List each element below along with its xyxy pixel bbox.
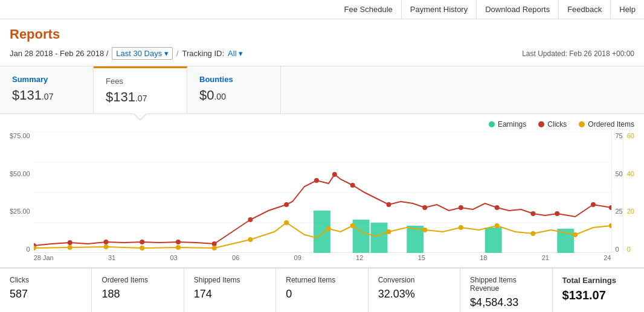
tracking-id-button[interactable]: All xyxy=(228,49,243,58)
y-label-50: $50.00 xyxy=(10,170,30,177)
y-right2-40: 40 xyxy=(627,170,634,177)
svg-point-12 xyxy=(67,240,72,245)
earnings-dot xyxy=(489,121,495,127)
returned-stat: Returned Items 0 xyxy=(276,269,368,312)
svg-rect-5 xyxy=(314,211,330,253)
shipped-rev-stat-value: $4,584.33 xyxy=(470,296,542,309)
svg-point-15 xyxy=(176,240,181,244)
clicks-legend: Clicks xyxy=(538,120,567,129)
page-title: Reports xyxy=(10,27,634,42)
svg-point-42 xyxy=(459,225,463,230)
x-label-15: 15 xyxy=(418,254,425,261)
shipped-stat-label: Shipped Items xyxy=(194,276,266,284)
fees-amount: $131.07 xyxy=(106,89,175,105)
conversion-stat-label: Conversion xyxy=(378,276,450,284)
bounties-card[interactable]: Bounties $0.00 xyxy=(187,66,281,113)
tracking-label: Tracking ID: xyxy=(182,49,224,58)
clicks-stat-value: 587 xyxy=(10,288,82,301)
shipped-rev-stat-label: Shipped Items Revenue xyxy=(470,276,542,293)
chart-area: 28 Jan 31 03 06 09 12 15 18 21 24 xyxy=(34,132,611,261)
svg-rect-9 xyxy=(485,228,501,253)
ordered-label: Ordered Items xyxy=(588,120,634,129)
help-button[interactable]: Help xyxy=(611,0,644,19)
x-label-09: 09 xyxy=(294,254,301,261)
svg-point-28 xyxy=(591,202,596,207)
svg-point-44 xyxy=(530,231,535,236)
svg-point-37 xyxy=(284,220,289,225)
summary-section: Summary $131.07 Fees $131.07 Bounties $0… xyxy=(0,66,644,114)
total-stat-value: $131.07 xyxy=(562,288,634,302)
svg-point-38 xyxy=(326,226,331,231)
svg-point-31 xyxy=(67,245,72,250)
x-label-21: 21 xyxy=(542,254,549,261)
clicks-stat: Clicks 587 xyxy=(0,269,92,312)
ordered-dot xyxy=(579,121,585,127)
y-label-25: $25.00 xyxy=(10,208,30,215)
fees-card[interactable]: Fees $131.07 xyxy=(94,66,187,113)
y-right2-60: 60 xyxy=(627,132,634,139)
svg-point-16 xyxy=(211,241,216,246)
conversion-stat-value: 32.03% xyxy=(378,288,450,301)
svg-rect-7 xyxy=(370,223,387,253)
shipped-stat-value: 174 xyxy=(194,288,266,301)
summary-amount: $131.07 xyxy=(12,88,81,103)
svg-point-25 xyxy=(494,205,499,210)
bounties-amount: $0.00 xyxy=(199,88,268,103)
chart-section: Earnings Clicks Ordered Items $75.00 $50… xyxy=(0,114,644,267)
y-right-50: 50 xyxy=(616,170,623,177)
svg-point-43 xyxy=(494,223,499,228)
summary-card[interactable]: Summary $131.07 xyxy=(0,66,94,113)
fees-label: Fees xyxy=(106,77,175,86)
ordered-stat-label: Ordered Items xyxy=(101,276,173,284)
last-updated: Last Updated: Feb 26 2018 +00:00 xyxy=(522,49,634,58)
x-label-18: 18 xyxy=(480,254,487,261)
returned-stat-value: 0 xyxy=(286,288,358,301)
x-label-31: 31 xyxy=(108,254,115,261)
svg-point-26 xyxy=(530,211,535,216)
ordered-stat: Ordered Items 188 xyxy=(92,269,184,312)
svg-rect-6 xyxy=(352,220,369,253)
returned-stat-label: Returned Items xyxy=(286,276,358,284)
total-earnings-stat: Total Earnings $131.07 xyxy=(553,269,644,312)
y-axis-right-ordered: 60 40 20 0 xyxy=(623,132,634,253)
payment-history-button[interactable]: Payment History xyxy=(402,0,477,19)
svg-point-46 xyxy=(609,223,611,228)
date-controls: Jan 28 2018 - Feb 26 2018 / Last 30 Days… xyxy=(10,47,634,60)
date-range-button[interactable]: Last 30 Days xyxy=(112,47,173,60)
svg-point-29 xyxy=(609,205,611,210)
y-right-25: 25 xyxy=(616,208,623,215)
y-label-75: $75.00 xyxy=(10,132,30,139)
svg-point-39 xyxy=(350,223,355,228)
feedback-button[interactable]: Feedback xyxy=(559,0,611,19)
x-label-24: 24 xyxy=(604,254,611,261)
ordered-legend: Ordered Items xyxy=(579,120,634,129)
fee-schedule-button[interactable]: Fee Schedule xyxy=(336,0,402,19)
top-navigation: Fee Schedule Payment History Download Re… xyxy=(0,0,644,19)
date-left: Jan 28 2018 - Feb 26 2018 / Last 30 Days… xyxy=(10,47,243,60)
page-header: Reports Jan 28 2018 - Feb 26 2018 / Last… xyxy=(0,19,644,60)
svg-point-40 xyxy=(386,229,391,234)
separator: / xyxy=(176,49,179,58)
summary-label: Summary xyxy=(12,75,81,84)
y-axis-left: $75.00 $50.00 $25.00 0 xyxy=(10,132,34,253)
earnings-legend: Earnings xyxy=(489,120,526,129)
svg-point-19 xyxy=(314,178,319,183)
svg-point-14 xyxy=(140,240,144,244)
svg-point-18 xyxy=(284,202,289,207)
clicks-stat-label: Clicks xyxy=(10,276,82,284)
svg-point-34 xyxy=(176,245,181,250)
x-axis-labels: 28 Jan 31 03 06 09 12 15 18 21 24 xyxy=(34,253,611,261)
x-label-06: 06 xyxy=(232,254,239,261)
svg-point-41 xyxy=(422,228,427,232)
svg-point-35 xyxy=(211,246,216,250)
stats-row: Clicks 587 Ordered Items 188 Shipped Ite… xyxy=(0,267,644,312)
svg-point-17 xyxy=(248,217,253,222)
svg-point-27 xyxy=(555,211,559,216)
chart-wrapper: $75.00 $50.00 $25.00 0 xyxy=(10,132,634,261)
date-range-text: Jan 28 2018 - Feb 26 2018 / xyxy=(10,49,108,58)
ordered-stat-value: 188 xyxy=(101,288,173,301)
chart-svg xyxy=(34,132,611,253)
download-reports-button[interactable]: Download Reports xyxy=(477,0,559,19)
y-right2-0: 0 xyxy=(627,246,634,253)
earnings-label: Earnings xyxy=(498,120,526,129)
